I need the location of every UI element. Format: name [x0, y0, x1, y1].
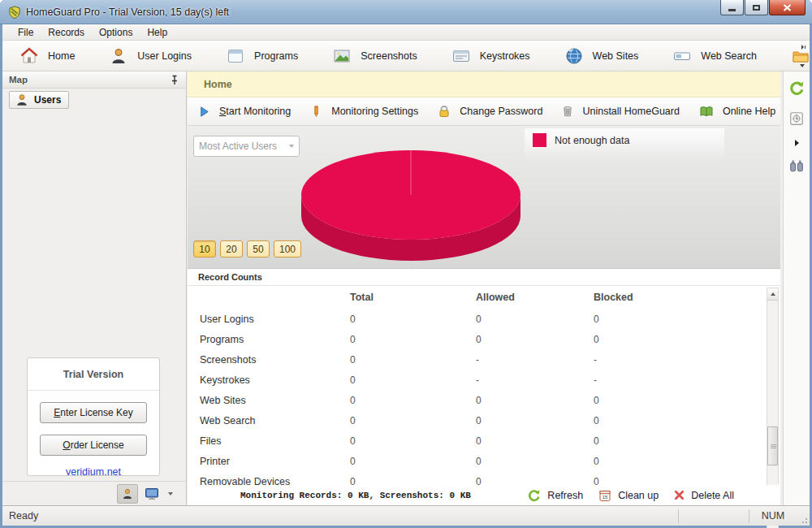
start-monitoring-button[interactable]: Start Monitoring: [198, 106, 291, 118]
table-row: Keystrokes 0 - -: [188, 370, 780, 390]
toolbar-overflow-button[interactable]: [797, 42, 808, 70]
resize-grip[interactable]: [797, 513, 808, 524]
refresh-icon: [527, 488, 541, 502]
delete-x-icon: [674, 490, 685, 500]
refresh-strip-button[interactable]: [787, 78, 806, 97]
right-tool-strip: [783, 71, 810, 505]
table-row: Programs 0 0 0: [188, 329, 780, 349]
chart-filter-dropdown[interactable]: Most Active Users: [193, 136, 300, 157]
globe-icon: [564, 46, 584, 66]
search-strip-button[interactable]: [787, 156, 806, 175]
scrollbar-grip: [771, 444, 776, 445]
scroll-up-button[interactable]: [767, 288, 778, 301]
status-bar: Ready NUM: [2, 505, 810, 526]
toolbar-keystrokes[interactable]: Keystrokes: [434, 44, 547, 68]
arrow-up-icon: [771, 292, 775, 296]
maximize-button[interactable]: [745, 0, 768, 15]
user-icon: [121, 487, 134, 500]
menu-options[interactable]: Options: [92, 25, 140, 40]
chart-area: Most Active Users Not enough data 10 20 …: [188, 126, 780, 268]
toolbar-home[interactable]: Home: [2, 44, 92, 68]
map-panel-header: Map: [2, 71, 186, 89]
delete-all-button[interactable]: Delete All: [670, 490, 738, 501]
toolbar-screenshots[interactable]: Screenshots: [315, 44, 434, 68]
status-text: Ready: [2, 510, 678, 522]
action-bar: Start Monitoring Monitoring Settings: [188, 97, 780, 126]
table-header-row: Total Allowed Blocked: [188, 286, 780, 309]
minimize-icon: [728, 9, 736, 11]
map-sidebar: Map Users Trial Version Enter License Ke…: [2, 71, 187, 505]
monitoring-settings-button[interactable]: Monitoring Settings: [310, 105, 418, 118]
close-button[interactable]: [769, 0, 806, 15]
map-panel-title: Map: [9, 75, 170, 84]
page-size-100-button[interactable]: 100: [274, 240, 301, 258]
monitor-icon: [145, 487, 159, 500]
title-bar[interactable]: HomeGuard Pro - Trial Version, 15 day(s)…: [0, 0, 812, 24]
chevron-right-icon: [801, 45, 804, 50]
scrollbar-thumb[interactable]: [767, 426, 778, 465]
app-shield-icon: [8, 6, 21, 19]
change-password-button[interactable]: Change Password: [438, 105, 542, 118]
users-view-tab[interactable]: [117, 484, 138, 504]
app-window: HomeGuard Pro - Trial Version, 15 day(s)…: [0, 0, 812, 528]
play-icon: [198, 106, 210, 118]
chart-legend: Not enough data: [525, 128, 724, 161]
toolbar-web-search[interactable]: Web Search: [655, 44, 774, 68]
computers-view-tab[interactable]: [141, 484, 162, 504]
binoculars-icon: [789, 159, 804, 172]
chart-filter-value: Most Active Users: [199, 141, 287, 152]
menu-help[interactable]: Help: [140, 25, 175, 40]
user-icon: [15, 93, 29, 107]
table-row: Removable Devices 0 0 0: [188, 471, 780, 485]
page-size-20-button[interactable]: 20: [220, 240, 243, 258]
menu-bar: File Records Options Help: [2, 24, 810, 41]
body-area: Map Users Trial Version Enter License Ke…: [2, 71, 810, 505]
chevron-down-icon: [289, 145, 294, 148]
column-blocked: Blocked: [594, 292, 780, 303]
record-counts-table: Total Allowed Blocked User Logins 0 0 0 …: [188, 286, 780, 485]
record-counts-header: Record Counts: [188, 268, 780, 286]
refresh-button[interactable]: Refresh: [523, 488, 587, 502]
calendar-icon: 15: [598, 489, 611, 502]
page-size-10-button[interactable]: 10: [193, 240, 216, 258]
sidebar-item-users[interactable]: Users: [9, 91, 69, 109]
menu-records[interactable]: Records: [41, 25, 92, 40]
refresh-icon: [788, 80, 805, 96]
page-size-buttons: 10 20 50 100: [193, 240, 301, 258]
page-header: Home: [188, 71, 780, 97]
user-icon: [109, 46, 128, 66]
toolbar-user-logins[interactable]: User Logins: [92, 44, 209, 68]
pin-icon[interactable]: [170, 75, 179, 85]
home-icon: [19, 46, 39, 66]
table-row: Screenshots 0 - -: [188, 349, 780, 370]
num-lock-indicator: NUM: [749, 510, 797, 522]
main-panel: Home Start Monitoring Monitoring Setting…: [188, 71, 780, 505]
menu-file[interactable]: File: [11, 25, 41, 40]
keyboard-icon: [451, 46, 471, 66]
veridium-link[interactable]: veridium.net: [66, 466, 121, 478]
svg-text:15: 15: [603, 495, 608, 500]
toolbar-programs[interactable]: Programs: [209, 44, 315, 68]
chevron-down-icon[interactable]: [168, 492, 173, 496]
uninstall-homeguard-button[interactable]: Uninstall HomeGuard: [562, 105, 680, 118]
order-license-button[interactable]: Order License: [40, 435, 147, 456]
clean-up-button[interactable]: 15 Clean up: [594, 489, 663, 502]
book-icon: [699, 106, 714, 118]
pencil-icon: [310, 105, 322, 118]
records-summary: Monitoring Records: 0 KB, Screenshots: 0…: [240, 491, 471, 500]
lock-icon: [438, 105, 451, 118]
time-view-button[interactable]: [787, 109, 806, 128]
search-box-icon: [672, 46, 692, 66]
page-size-50-button[interactable]: 50: [247, 240, 270, 258]
main-toolbar: Home User Logins Programs Screen: [2, 41, 810, 71]
table-row: Web Sites 0 0 0: [188, 390, 780, 410]
minimize-button[interactable]: [720, 0, 744, 15]
toolbar-web-sites[interactable]: Web Sites: [547, 44, 656, 68]
trial-version-box: Trial Version Enter License Key Order Li…: [27, 357, 160, 476]
table-row: Printer 0 0 0: [188, 451, 780, 471]
trash-icon: [562, 105, 573, 118]
record-counts-title: Record Counts: [198, 272, 262, 282]
enter-license-key-button[interactable]: Enter License Key: [40, 402, 147, 423]
online-help-button[interactable]: Online Help: [699, 106, 775, 118]
expand-strip-button[interactable]: [787, 133, 806, 153]
